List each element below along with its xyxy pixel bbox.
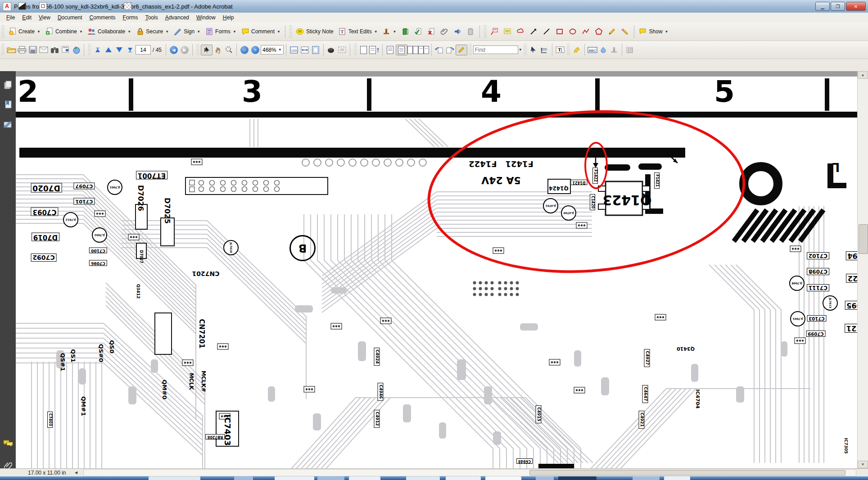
toolbar-grip[interactable] [1, 25, 5, 38]
horizontal-scrollbar[interactable] [83, 469, 856, 476]
restore-button[interactable]: ❐ [831, 2, 845, 11]
page-number-input[interactable] [136, 45, 151, 54]
comment-button[interactable]: Comment▼ [239, 26, 283, 37]
zoom-level-select[interactable]: 468% ▼ [261, 45, 284, 54]
menu-item-edit[interactable]: Edit [18, 13, 35, 22]
minimize-button[interactable]: ▁ [815, 2, 830, 11]
combine-button[interactable]: Combine▼ [43, 26, 85, 37]
pdf-page[interactable]: 2345D7020C7097C7101C7093D7019C7092C7100C… [16, 71, 858, 468]
taskbar-button[interactable] [485, 476, 521, 480]
single-page-button[interactable] [358, 45, 369, 55]
menu-item-window[interactable]: Window [193, 13, 219, 22]
menu-item-forms[interactable]: Forms [119, 13, 142, 22]
create-button[interactable]: Create▼ [6, 26, 43, 37]
fit-width-button[interactable] [299, 45, 310, 55]
toolbar-grip[interactable] [484, 25, 487, 38]
taskbar-button[interactable] [664, 476, 690, 480]
stamp-gray-button[interactable] [609, 45, 619, 55]
pencil-eraser-tool-button[interactable] [619, 26, 632, 37]
save-button[interactable] [27, 45, 38, 55]
two-up-continuous-button[interactable] [418, 45, 429, 55]
taskbar-button[interactable] [275, 476, 314, 480]
select-tool-button[interactable]: I [201, 45, 212, 55]
secure-button[interactable]: Secure▼ [133, 26, 171, 37]
collaborate-button[interactable]: Collaborate▼ [85, 26, 133, 37]
rotate-cw-button[interactable] [445, 45, 456, 55]
select-frame-button[interactable] [337, 45, 348, 55]
menu-item-document[interactable]: Document [54, 13, 86, 22]
first-page-button[interactable] [92, 45, 103, 55]
record-audio-button[interactable] [451, 26, 464, 37]
taskbar-button[interactable] [317, 476, 344, 480]
forms-button[interactable]: Forms▼ [203, 26, 239, 37]
toolbar-grip[interactable] [469, 44, 472, 56]
bookmarks-panel-icon[interactable] [3, 100, 13, 110]
toolbar-grip[interactable] [524, 44, 527, 56]
opacity-swatch[interactable] [122, 1, 133, 11]
distribute-form-button[interactable] [598, 45, 609, 55]
sticky-note-button[interactable]: Sticky Note [294, 26, 336, 37]
toolbar-grip[interactable] [1, 2, 5, 10]
taskbar-button[interactable] [149, 476, 200, 480]
crop-pages-button[interactable] [539, 45, 550, 55]
email-button[interactable] [38, 45, 49, 55]
close-button[interactable]: ✕ [846, 2, 866, 11]
taskbar-button[interactable] [349, 476, 380, 480]
taskbar-button[interactable] [406, 476, 440, 480]
zoom-in-button[interactable]: + [250, 45, 261, 55]
print-preview-button[interactable] [624, 45, 635, 55]
scroll-up-arrow[interactable]: ▲ [858, 71, 868, 79]
scroll-down-arrow[interactable]: ▼ [858, 461, 868, 468]
signatures-panel-icon[interactable] [3, 120, 13, 130]
search-button[interactable] [49, 45, 60, 55]
previous-page-button[interactable] [103, 45, 114, 55]
rectangle-tool-button[interactable] [553, 26, 566, 37]
touchup-text-button[interactable]: T| [555, 45, 565, 55]
toolbar-grip[interactable] [354, 44, 357, 56]
actual-size-button[interactable]: 100 [289, 45, 299, 55]
toolbar-grip[interactable] [1, 44, 5, 56]
zoom-out-button[interactable]: − [239, 45, 250, 55]
arrow-tool-button[interactable] [527, 26, 540, 37]
menu-item-file[interactable]: File [3, 13, 18, 22]
taskbar-button[interactable] [234, 476, 253, 480]
paste-clipboard-button[interactable] [464, 26, 477, 37]
marquee-zoom-button[interactable] [223, 45, 234, 55]
show-button[interactable]: Show▼ [637, 26, 671, 37]
toolbar-grip[interactable] [567, 44, 570, 56]
select-object-button[interactable] [528, 45, 539, 55]
cloud-tool-button[interactable] [514, 26, 527, 37]
snapshot-button[interactable] [326, 45, 337, 55]
toolbar-grip[interactable] [196, 44, 199, 56]
fit-page-button[interactable] [310, 45, 321, 55]
hand-tool-button[interactable] [212, 45, 223, 55]
stamp-tool-button[interactable]: ▼ [380, 26, 399, 37]
previous-view-button[interactable]: ◀ [168, 45, 179, 55]
collaborate-doc-button[interactable] [60, 45, 71, 55]
menu-item-advanced[interactable]: Advanced [162, 13, 193, 22]
menu-item-help[interactable]: Help [219, 13, 238, 22]
last-page-button[interactable] [125, 45, 136, 55]
line-color-swatch[interactable] [17, 1, 27, 11]
red-circle-annotation[interactable] [584, 142, 608, 189]
enable-scrolling-button[interactable]: ↑ [369, 45, 380, 55]
menu-item-view[interactable]: View [35, 13, 54, 22]
highlight-text-button[interactable] [571, 45, 582, 55]
upload-acrobat-button[interactable] [71, 45, 81, 55]
scroll-left-arrow[interactable]: ◀ [73, 470, 79, 475]
taskbar-button-active[interactable] [558, 476, 597, 480]
line-tool-button[interactable] [540, 26, 553, 37]
fill-swatch[interactable] [38, 1, 49, 11]
approve-stamp-button[interactable] [399, 26, 412, 37]
print-button[interactable] [17, 45, 27, 55]
drawing-markup-tool-button[interactable] [456, 45, 467, 55]
taskbar-button[interactable] [536, 476, 554, 480]
continuous-page-button[interactable] [385, 45, 396, 55]
vertical-scrollbar[interactable]: ▲ ▼ [857, 71, 868, 468]
sign-button[interactable]: Sign▼ [171, 26, 203, 37]
pencil-tool-button[interactable] [606, 26, 619, 37]
next-page-button[interactable] [114, 45, 125, 55]
single-page-view-button[interactable] [396, 45, 407, 55]
vertical-scroll-thumb[interactable] [859, 224, 868, 254]
polygon-tool-button[interactable] [592, 26, 606, 37]
